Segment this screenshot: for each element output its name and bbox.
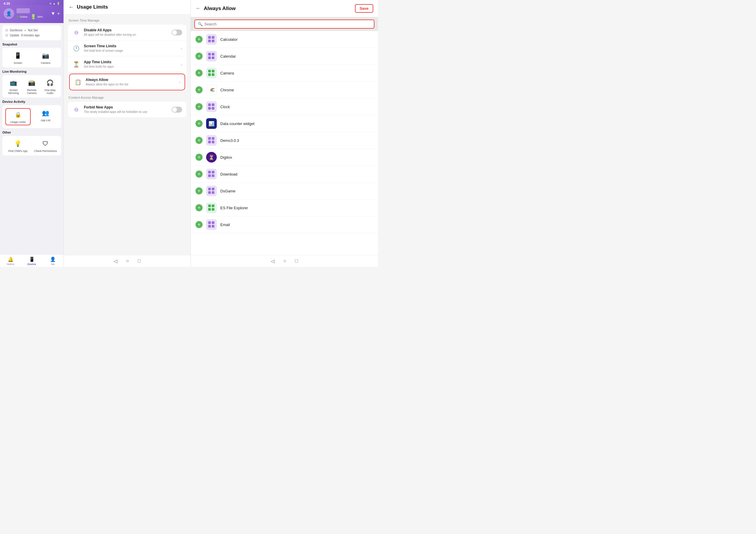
nav-device[interactable]: 📱 Device <box>21 257 42 266</box>
app-item-dsgame[interactable]: + DsGame <box>191 183 378 200</box>
app-item-chrome[interactable]: + Chrome <box>191 82 378 98</box>
always-allow-back-nav[interactable]: ◁ <box>271 258 274 264</box>
app-item-clock[interactable]: + Clock <box>191 98 378 115</box>
disable-apps-title: Disable All Apps <box>84 28 168 32</box>
usage-limits-recents-nav[interactable]: □ <box>138 258 141 264</box>
app-list-item[interactable]: 👥 App List <box>33 108 59 125</box>
app-item-download[interactable]: + Download <box>191 166 378 183</box>
disable-apps-toggle[interactable] <box>172 30 182 36</box>
app-item-data-counter[interactable]: + 📊 Data counter widget <box>191 115 378 132</box>
header-actions[interactable]: ▼ + <box>51 11 60 16</box>
update-value: 9 minutes ago <box>21 34 40 37</box>
screen-time-icon: 🕐 <box>72 44 80 53</box>
remote-camera-label: Remote Camera <box>24 89 40 95</box>
device-activity-label: Device Activity <box>2 100 61 103</box>
camera-app-icon <box>206 68 217 78</box>
status-icons: ⊖ ▲ 🔋 <box>49 2 60 5</box>
app-time-title: App Time Limits <box>84 60 177 64</box>
search-container: 🔍 <box>191 17 378 31</box>
geofence-label: Geofence <box>10 29 22 32</box>
forbid-new-apps-row[interactable]: ⊖ Forbid New Apps The newly installed ap… <box>68 102 186 117</box>
check-permissions-icon: 🛡 <box>41 139 50 148</box>
device-nav-icon: 📱 <box>29 257 35 262</box>
search-input[interactable] <box>204 22 371 26</box>
app-time-desc: Set time limits for apps <box>84 65 177 69</box>
add-email-button[interactable]: + <box>196 221 202 228</box>
nav-me[interactable]: 👤 Me <box>42 257 64 266</box>
app-item-es-file[interactable]: + ES File Explorer <box>191 200 378 216</box>
usage-limits-back-button[interactable]: ← <box>68 4 74 10</box>
find-childs-app-label: Find Child's App <box>8 150 27 153</box>
disable-apps-desc: All apps will be disabled after turning … <box>84 33 168 37</box>
forbid-apps-toggle[interactable] <box>172 107 182 113</box>
always-allow-row[interactable]: 📋 Always Allow Always allow the apps on … <box>69 73 185 91</box>
app-item-camera[interactable]: + Camera <box>191 65 378 82</box>
screen-time-chevron: › <box>181 46 182 51</box>
always-allow-nav: ◁ ○ □ <box>191 255 378 267</box>
check-permissions-item[interactable]: 🛡 Check Permissions <box>33 139 59 153</box>
add-clock-button[interactable]: + <box>196 103 202 110</box>
search-bar[interactable]: 🔍 <box>194 19 374 29</box>
usage-limits-back-nav[interactable]: ◁ <box>114 258 117 264</box>
app-time-text: App Time Limits Set time limits for apps <box>84 60 177 69</box>
app-item-email[interactable]: + Email <box>191 216 378 233</box>
always-allow-back-button[interactable]: ← <box>196 5 201 12</box>
always-allow-recents-nav[interactable]: □ <box>295 258 298 264</box>
add-es-file-button[interactable]: + <box>196 204 202 211</box>
app-list: + Calculator + Calendar + Camera + <box>191 31 378 255</box>
search-icon: 🔍 <box>198 22 202 26</box>
add-data-counter-button[interactable]: + <box>196 120 202 127</box>
disable-all-apps-row[interactable]: ⊖ Disable All Apps All apps will be disa… <box>68 24 186 41</box>
usage-limits-item[interactable]: 🔒 Usage Limits <box>5 108 31 125</box>
add-calculator-button[interactable]: + <box>196 36 202 43</box>
snapshot-camera-item[interactable]: 📷 Camera <box>33 51 59 65</box>
always-allow-home-nav[interactable]: ○ <box>283 258 286 264</box>
forbid-apps-title: Forbid New Apps <box>84 105 168 109</box>
geofence-row: ⊙ Geofence ● Not Set <box>5 28 58 33</box>
calendar-icon <box>206 51 217 62</box>
add-download-button[interactable]: + <box>196 171 202 178</box>
battery-percent: 89% <box>38 15 43 18</box>
forbid-apps-text: Forbid New Apps The newly installed apps… <box>84 105 168 114</box>
screen-time-limits-row[interactable]: 🕐 Screen Time Limits Set total time of s… <box>68 41 186 56</box>
other-grid: 💡 Find Child's App 🛡 Check Permissions <box>5 139 58 153</box>
snapshot-screen-item[interactable]: 📱 Screen <box>5 51 31 65</box>
always-allow-title: Always Allow <box>204 6 355 12</box>
camera-snap-label: Camera <box>41 62 50 65</box>
app-item-digitox[interactable]: + ⏳ Digitox <box>191 149 378 166</box>
nav-notice[interactable]: 🔔 Notice <box>0 257 21 266</box>
app-time-limits-row[interactable]: ⏳ App Time Limits Set time limits for ap… <box>68 56 186 72</box>
digitox-name: Digitox <box>220 155 232 159</box>
save-button[interactable]: Save <box>355 4 373 13</box>
usage-limits-home-nav[interactable]: ○ <box>126 258 129 264</box>
add-chrome-button[interactable]: + <box>196 86 202 93</box>
chrome-icon <box>206 85 217 95</box>
add-icon[interactable]: + <box>57 11 60 16</box>
add-dsgame-button[interactable]: + <box>196 187 202 194</box>
add-digitox-button[interactable]: + <box>196 154 202 161</box>
status-time: 4:35 <box>4 2 10 5</box>
add-calendar-button[interactable]: + <box>196 53 202 60</box>
online-text: Online <box>20 15 27 18</box>
content-access-card: ⊖ Forbid New Apps The newly installed ap… <box>68 102 186 117</box>
find-childs-app-item[interactable]: 💡 Find Child's App <box>5 139 31 153</box>
screen-time-text: Screen Time Limits Set total time of scr… <box>84 44 177 53</box>
app-item-calculator[interactable]: + Calculator <box>191 31 378 48</box>
screen-mirroring-item[interactable]: 📺 Screen Mirroring <box>5 78 22 95</box>
dropdown-icon[interactable]: ▼ <box>51 11 56 16</box>
clock-icon <box>206 101 217 112</box>
add-demo-button[interactable]: + <box>196 137 202 144</box>
remote-camera-item[interactable]: 📸 Remote Camera <box>24 78 40 95</box>
add-camera-button[interactable]: + <box>196 70 202 76</box>
wifi-icon: ▲ <box>53 2 56 5</box>
one-way-audio-item[interactable]: 🎧 One-Way Audio <box>41 78 58 95</box>
always-allow-chevron: › <box>179 80 180 85</box>
app-item-demo[interactable]: + Demo3.0.3 <box>191 132 378 149</box>
app-item-calendar[interactable]: + Calendar <box>191 48 378 65</box>
content-access-manage-label: Content Access Manage <box>68 96 186 99</box>
header-status: Online 🔋 89% <box>16 14 48 19</box>
camera-snap-icon: 📷 <box>41 51 50 60</box>
find-childs-app-icon: 💡 <box>13 139 23 148</box>
chrome-name: Chrome <box>220 88 234 92</box>
update-row: ⊙ Update 9 minutes ago <box>5 33 58 38</box>
